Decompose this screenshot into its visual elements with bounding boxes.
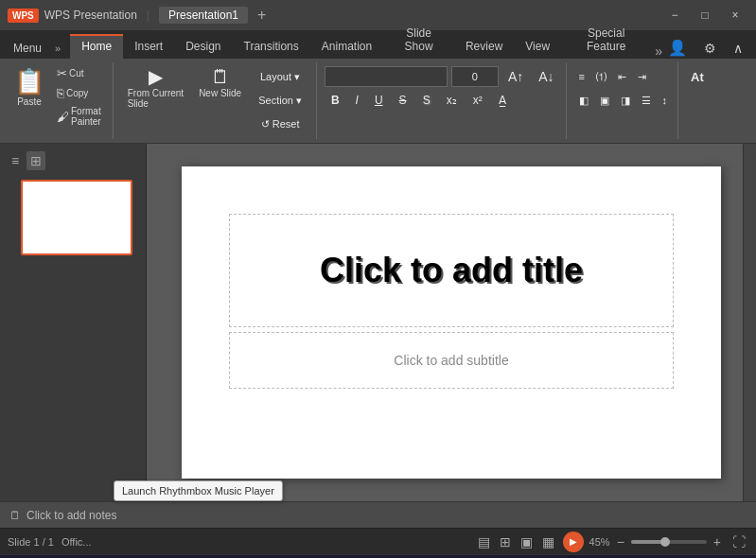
account-btn[interactable]: 👤: [662, 37, 693, 59]
bullets-button[interactable]: ≡: [574, 66, 589, 87]
indent-decrease-button[interactable]: ⇤: [613, 66, 631, 87]
main-area: ≡ ⊞ 1 Click to add title Click to add su…: [0, 144, 756, 501]
font-format-row: B I U S S x₂ x² A̲: [325, 90, 560, 111]
ribbon-more-btn[interactable]: »: [655, 44, 662, 59]
app-name: WPS Presentation: [44, 9, 137, 22]
normal-view-btn[interactable]: ▤: [475, 534, 493, 549]
subtitle-text: Click to add subtitle: [394, 353, 508, 368]
tab-design[interactable]: Design: [174, 36, 232, 59]
fit-window-button[interactable]: ⛶: [730, 534, 748, 549]
zoom-in-button[interactable]: +: [711, 534, 724, 549]
minimize-button[interactable]: −: [661, 6, 688, 25]
list-view-button[interactable]: ≡: [8, 151, 23, 170]
zoom-slider[interactable]: [631, 540, 707, 544]
reset-button[interactable]: ↺ Reset: [250, 113, 310, 134]
superscript-button[interactable]: x²: [466, 90, 489, 111]
increase-font-size-button[interactable]: A↑: [502, 66, 529, 87]
title-bar-controls: − □ ×: [661, 6, 748, 25]
text-shadow-button[interactable]: S: [416, 90, 437, 111]
paste-group: 📋 Paste ✂ Cut ⎘ Copy 🖌 FormatPainter: [4, 62, 114, 139]
file-tab[interactable]: Presentation1: [159, 7, 248, 24]
grid-view-button[interactable]: ⊞: [26, 151, 45, 170]
font-size-input[interactable]: [451, 66, 499, 87]
clear-format-button[interactable]: A̲: [492, 90, 513, 111]
format-painter-button[interactable]: 🖌 FormatPainter: [53, 104, 105, 129]
tab-transitions[interactable]: Transitions: [233, 36, 310, 59]
slide-thumbnail[interactable]: [21, 180, 132, 255]
from-current-slide-button[interactable]: ▶ From CurrentSlide: [121, 62, 190, 113]
view-buttons: ▤ ⊞ ▣ ▦: [475, 534, 557, 549]
menu-button[interactable]: Menu: [6, 38, 49, 59]
copy-button[interactable]: ⎘ Copy: [53, 84, 105, 102]
notes-text[interactable]: Click to add notes: [26, 509, 116, 522]
title-placeholder[interactable]: Click to add title: [229, 214, 674, 327]
layout-section-group: Layout ▾ Section ▾ ↺ Reset: [250, 66, 310, 134]
ribbon-collapse-btn[interactable]: ∧: [728, 39, 748, 58]
at-button[interactable]: At: [686, 66, 709, 87]
zoom-out-button[interactable]: −: [614, 534, 627, 549]
title-bar-left: WPS WPS Presentation | Presentation1 +: [8, 7, 270, 24]
line-spacing-button[interactable]: ↕: [658, 90, 673, 111]
from-current-label: From CurrentSlide: [128, 88, 184, 109]
tab-review[interactable]: Review: [454, 36, 514, 59]
align-right-button[interactable]: ◨: [616, 90, 635, 111]
ribbon-tabs-left: Menu »: [0, 38, 70, 59]
new-slide-button[interactable]: 🗒 New Slide: [192, 62, 248, 103]
section-button[interactable]: Section ▾: [250, 90, 310, 111]
tab-view[interactable]: View: [514, 36, 561, 59]
bold-button[interactable]: B: [325, 90, 346, 111]
indent-increase-button[interactable]: ⇥: [633, 66, 651, 87]
underline-button[interactable]: U: [368, 90, 390, 111]
format-painter-icon: 🖌: [57, 110, 69, 124]
numbering-button[interactable]: ⑴: [591, 66, 611, 87]
tab-insert[interactable]: Insert: [123, 36, 174, 59]
title-text: Click to add title: [320, 251, 583, 290]
new-slide-icon: 🗒: [211, 67, 230, 86]
tooltip-popup: Launch Rhythmbox Music Player: [114, 480, 283, 501]
slide-sorter-btn[interactable]: ⊞: [497, 534, 514, 549]
paste-label: Paste: [17, 96, 42, 107]
italic-button[interactable]: I: [349, 90, 365, 111]
settings-btn[interactable]: ⚙: [698, 39, 722, 58]
subtitle-placeholder[interactable]: Click to add subtitle: [229, 332, 674, 389]
align-left-button[interactable]: ◧: [574, 90, 593, 111]
status-left: Slide 1 / 1 Offic... Launch Rhythmbox Mu…: [8, 536, 467, 548]
tab-special[interactable]: Special Feature: [561, 23, 651, 59]
maximize-button[interactable]: □: [692, 6, 718, 25]
from-current-icon: ▶: [149, 67, 163, 86]
align-justify-button[interactable]: ☰: [637, 90, 656, 111]
reading-view-btn[interactable]: ▣: [518, 534, 536, 549]
align-center-button[interactable]: ▣: [595, 90, 614, 111]
copy-icon: ⎘: [57, 86, 64, 100]
paragraph-group: ≡ ⑴ ⇤ ⇥ ◧ ▣ ◨ ☰ ↕: [569, 62, 679, 139]
vertical-scrollbar[interactable]: [743, 144, 756, 501]
close-button[interactable]: ×: [722, 6, 748, 25]
layout-button[interactable]: Layout ▾: [250, 66, 310, 87]
status-bar: Slide 1 / 1 Offic... Launch Rhythmbox Mu…: [0, 528, 756, 554]
slide-info: Slide 1 / 1: [8, 536, 54, 548]
more-tabs-button[interactable]: »: [51, 43, 64, 54]
font-name-input[interactable]: [325, 66, 448, 87]
status-right: ▤ ⊞ ▣ ▦ ▶ 45% − + ⛶: [475, 532, 748, 552]
office-info: Offic...: [62, 536, 92, 548]
cut-button[interactable]: ✂ Cut: [53, 64, 105, 82]
add-tab-btn[interactable]: +: [254, 7, 270, 24]
tab-slideshow[interactable]: Slide Show: [383, 23, 454, 59]
play-button[interactable]: ▶: [563, 532, 584, 552]
cut-label: Cut: [69, 68, 84, 78]
slide-canvas[interactable]: Click to add title Click to add subtitle: [182, 166, 721, 479]
subscript-button[interactable]: x₂: [440, 90, 464, 111]
tab-animation[interactable]: Animation: [310, 36, 383, 59]
strikethrough-button[interactable]: S: [393, 90, 413, 111]
decrease-font-size-button[interactable]: A↓: [533, 66, 559, 87]
copy-label: Copy: [66, 88, 88, 98]
slideshow-view-btn[interactable]: ▦: [539, 534, 557, 549]
slide-group: ▶ From CurrentSlide 🗒 New Slide Layout ▾…: [115, 62, 317, 139]
notes-icon: 🗒: [9, 509, 21, 522]
tab-home[interactable]: Home: [70, 34, 123, 59]
list-row: ≡ ⑴ ⇤ ⇥: [574, 66, 673, 87]
paste-button[interactable]: 📋 Paste: [8, 62, 51, 112]
paste-options: ✂ Cut ⎘ Copy 🖌 FormatPainter: [53, 64, 105, 129]
zoom-slider-thumb[interactable]: [660, 537, 670, 547]
tooltip-text: Launch Rhythmbox Music Player: [122, 485, 274, 497]
